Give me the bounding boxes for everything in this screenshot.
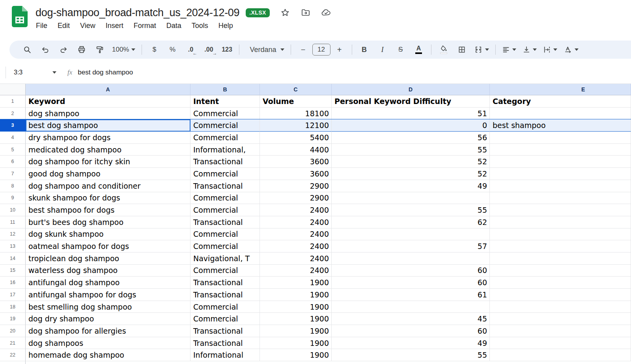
cell-C2[interactable]: 18100 bbox=[260, 108, 332, 120]
menus-search-button[interactable] bbox=[21, 43, 34, 56]
cell-C12[interactable]: 2400 bbox=[260, 228, 332, 241]
italic-button[interactable]: I bbox=[376, 43, 389, 56]
row-header-19[interactable]: 19 bbox=[0, 313, 26, 325]
menu-format[interactable]: Format bbox=[129, 20, 161, 31]
cell-D20[interactable]: 60 bbox=[332, 325, 490, 337]
cell-E22[interactable] bbox=[490, 349, 631, 361]
cell-E15[interactable] bbox=[490, 265, 631, 277]
cell-C17[interactable]: 1900 bbox=[260, 289, 332, 301]
menu-help[interactable]: Help bbox=[213, 20, 238, 31]
cell-A9[interactable]: skunk shampoo for dogs bbox=[26, 192, 190, 204]
cell-C20[interactable]: 1900 bbox=[260, 325, 332, 337]
cell-D16[interactable]: 60 bbox=[332, 277, 490, 289]
cell-E13[interactable] bbox=[490, 240, 631, 253]
text-wrapping-select[interactable] bbox=[543, 46, 557, 54]
cell-A1[interactable]: Keyword bbox=[26, 95, 190, 108]
row-header-7[interactable]: 7 bbox=[0, 168, 26, 180]
cell-B2[interactable]: Commercial bbox=[190, 108, 260, 120]
cell-A17[interactable]: antifungal shampoo for dogs bbox=[26, 289, 190, 301]
cell-C7[interactable]: 3600 bbox=[260, 168, 332, 180]
row-header-10[interactable]: 10 bbox=[0, 204, 26, 216]
cell-B17[interactable]: Transactional bbox=[190, 289, 260, 301]
cell-A7[interactable]: good dog shampoo bbox=[26, 168, 190, 180]
format-currency-button[interactable]: $ bbox=[147, 43, 161, 56]
cell-C5[interactable]: 4400 bbox=[260, 144, 332, 156]
menu-insert[interactable]: Insert bbox=[101, 20, 129, 31]
decrease-decimal-button[interactable]: .0← bbox=[184, 43, 197, 56]
cell-C1[interactable]: Volume bbox=[260, 95, 332, 108]
move-button[interactable] bbox=[301, 7, 311, 18]
cell-E6[interactable] bbox=[490, 156, 631, 168]
cell-E4[interactable] bbox=[490, 132, 631, 144]
cell-A5[interactable]: medicated dog shampoo bbox=[26, 144, 190, 156]
menu-view[interactable]: View bbox=[75, 20, 101, 31]
cell-B7[interactable]: Commercial bbox=[190, 168, 260, 180]
document-title[interactable]: dog-shampoo_broad-match_us_2024-12-09 bbox=[35, 7, 239, 19]
cell-B5[interactable]: Informational, bbox=[190, 144, 260, 156]
row-header-13[interactable]: 13 bbox=[0, 240, 26, 253]
cell-C9[interactable]: 2900 bbox=[260, 192, 332, 204]
cell-A20[interactable]: dog shampoo for allergies bbox=[26, 325, 190, 337]
increase-decimal-button[interactable]: .00→ bbox=[202, 43, 215, 56]
cell-B3[interactable]: Commercial bbox=[190, 119, 260, 132]
cell-C22[interactable]: 1900 bbox=[260, 349, 332, 361]
row-header-6[interactable]: 6 bbox=[0, 156, 26, 168]
row-header-15[interactable]: 15 bbox=[0, 265, 26, 277]
cell-B9[interactable]: Commercial bbox=[190, 192, 260, 204]
row-header-9[interactable]: 9 bbox=[0, 192, 26, 204]
select-all-corner[interactable] bbox=[0, 84, 26, 95]
redo-button[interactable] bbox=[57, 43, 70, 56]
cell-D2[interactable]: 51 bbox=[332, 108, 490, 120]
cell-A16[interactable]: antifungal dog shampoo bbox=[26, 277, 190, 289]
font-size-input[interactable]: 12 bbox=[312, 44, 330, 56]
cell-A21[interactable]: dog shampoos bbox=[26, 337, 190, 349]
row-header-12[interactable]: 12 bbox=[0, 228, 26, 241]
cell-C11[interactable]: 2400 bbox=[260, 216, 332, 228]
cell-A13[interactable]: oatmeal shampoo for dogs bbox=[26, 240, 190, 253]
row-header-14[interactable]: 14 bbox=[0, 253, 26, 265]
cell-A22[interactable]: homemade dog shampoo bbox=[26, 349, 190, 361]
cell-D6[interactable]: 52 bbox=[332, 156, 490, 168]
cell-D12[interactable] bbox=[332, 228, 490, 241]
text-color-button[interactable]: A bbox=[412, 43, 426, 56]
cell-E16[interactable] bbox=[490, 277, 631, 289]
cell-C21[interactable]: 1900 bbox=[260, 337, 332, 349]
cell-B19[interactable]: Commercial bbox=[190, 313, 260, 325]
cell-A8[interactable]: dog shampoo and conditioner bbox=[26, 180, 190, 192]
column-header-B[interactable]: B bbox=[190, 84, 260, 95]
cell-C6[interactable]: 3600 bbox=[260, 156, 332, 168]
cell-A11[interactable]: burt's bees dog shampoo bbox=[26, 216, 190, 228]
menu-file[interactable]: File bbox=[31, 20, 52, 31]
zoom-select[interactable]: 100% bbox=[112, 46, 135, 54]
cell-D7[interactable]: 52 bbox=[332, 168, 490, 180]
undo-button[interactable] bbox=[39, 43, 52, 56]
strikethrough-button[interactable]: S bbox=[394, 43, 407, 56]
cell-C15[interactable]: 2400 bbox=[260, 265, 332, 277]
cell-D10[interactable]: 55 bbox=[332, 204, 490, 216]
cell-D18[interactable] bbox=[332, 301, 490, 313]
cell-C10[interactable]: 2400 bbox=[260, 204, 332, 216]
bold-button[interactable]: B bbox=[358, 43, 371, 56]
cell-B6[interactable]: Transactional bbox=[190, 156, 260, 168]
font-family-select[interactable]: Verdana bbox=[246, 46, 284, 54]
borders-button[interactable] bbox=[455, 43, 469, 56]
row-header-4[interactable]: 4 bbox=[0, 132, 26, 144]
cell-B8[interactable]: Transactional bbox=[190, 180, 260, 192]
cell-C16[interactable]: 1900 bbox=[260, 277, 332, 289]
cell-D13[interactable]: 57 bbox=[332, 240, 490, 253]
cell-A6[interactable]: dog shampoo for itchy skin bbox=[26, 156, 190, 168]
cell-A2[interactable]: dog shampoo bbox=[26, 108, 190, 120]
cell-D3[interactable]: 0 bbox=[332, 119, 490, 132]
row-header-21[interactable]: 21 bbox=[0, 337, 26, 349]
cell-C3[interactable]: 12100 bbox=[260, 119, 332, 132]
cell-E1[interactable]: Category bbox=[490, 95, 631, 108]
cell-A12[interactable]: dog skunk shampoo bbox=[26, 228, 190, 241]
cell-D21[interactable]: 49 bbox=[332, 337, 490, 349]
cell-C14[interactable]: 2400 bbox=[260, 253, 332, 265]
menu-data[interactable]: Data bbox=[161, 20, 187, 31]
formula-input[interactable]: best dog shampoo bbox=[78, 69, 133, 76]
sync-status-button[interactable] bbox=[321, 7, 331, 18]
row-header-20[interactable]: 20 bbox=[0, 325, 26, 337]
cell-C8[interactable]: 2900 bbox=[260, 180, 332, 192]
cell-A10[interactable]: best shampoo for dogs bbox=[26, 204, 190, 216]
